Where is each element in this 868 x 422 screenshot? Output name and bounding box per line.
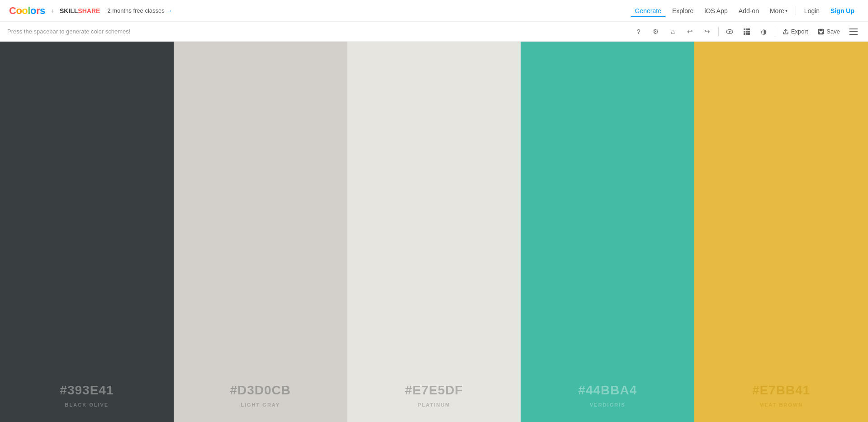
- svg-rect-4: [748, 28, 750, 30]
- svg-rect-14: [849, 28, 858, 29]
- chevron-down-icon: ▾: [785, 8, 787, 13]
- help-icon[interactable]: ?: [631, 24, 646, 39]
- svg-point-1: [729, 31, 730, 33]
- color-panel: #393E41 BLACK OLIVE #D3D0CB LIGHT GRAY #…: [0, 42, 868, 422]
- toolbar-right: ? ⚙ ⌂ ↩ ↪ ◑ Export Save: [631, 24, 861, 39]
- color-hex-4: #E7BB41: [752, 383, 810, 398]
- color-swatch-3[interactable]: #44BBA4 VERDIGRIS: [521, 42, 694, 422]
- promo-arrow-icon: →: [166, 7, 172, 14]
- svg-rect-3: [746, 28, 748, 30]
- svg-rect-10: [748, 33, 750, 35]
- svg-rect-16: [849, 34, 858, 35]
- svg-rect-12: [820, 29, 823, 31]
- nav-signup[interactable]: Sign Up: [826, 5, 859, 17]
- svg-rect-13: [820, 32, 823, 33]
- svg-rect-6: [746, 31, 748, 33]
- grid-icon[interactable]: [740, 24, 754, 39]
- color-name-3: VERDIGRIS: [590, 402, 626, 408]
- nav-login[interactable]: Login: [800, 5, 824, 17]
- color-name-2: PLATINUM: [417, 402, 450, 408]
- nav-addon[interactable]: Add-on: [734, 5, 764, 17]
- color-name-0: BLACK OLIVE: [65, 402, 109, 408]
- color-hex-2: #E7E5DF: [405, 383, 463, 398]
- contrast-icon[interactable]: ◑: [757, 24, 771, 39]
- color-swatch-4[interactable]: #E7BB41 MEAT BROWN: [694, 42, 868, 422]
- color-name-1: LIGHT GRAY: [241, 402, 280, 408]
- home-icon[interactable]: ⌂: [666, 24, 680, 39]
- undo-icon[interactable]: ↩: [683, 24, 697, 39]
- svg-rect-8: [744, 33, 745, 35]
- menu-icon[interactable]: [846, 24, 861, 39]
- svg-rect-15: [849, 31, 858, 32]
- top-navigation: Coolors + SKILLSHARE 2 months free class…: [0, 0, 868, 22]
- redo-icon[interactable]: ↪: [700, 24, 715, 39]
- nav-generate[interactable]: Generate: [631, 5, 666, 17]
- nav-explore[interactable]: Explore: [668, 5, 698, 17]
- svg-rect-9: [746, 33, 748, 35]
- color-name-4: MEAT BROWN: [759, 402, 803, 408]
- export-button[interactable]: Export: [779, 26, 812, 37]
- svg-rect-5: [744, 31, 745, 33]
- color-hex-3: #44BBA4: [578, 383, 637, 398]
- coolors-logo[interactable]: Coolors: [9, 5, 45, 17]
- promo-text[interactable]: 2 months free classes →: [107, 7, 172, 14]
- spacebar-hint: Press the spacebar to generate color sch…: [7, 28, 130, 35]
- settings-icon[interactable]: ⚙: [649, 24, 663, 39]
- logo-area: Coolors + SKILLSHARE 2 months free class…: [9, 5, 172, 17]
- nav-divider: [796, 6, 796, 15]
- color-hex-0: #393E41: [60, 383, 114, 398]
- color-swatch-1[interactable]: #D3D0CB LIGHT GRAY: [174, 42, 347, 422]
- svg-rect-2: [744, 28, 745, 30]
- toolbar-divider-2: [775, 27, 775, 37]
- nav-more[interactable]: More ▾: [765, 5, 792, 17]
- toolbar-divider-1: [718, 27, 719, 37]
- view-icon[interactable]: [722, 24, 737, 39]
- toolbar: Press the spacebar to generate color sch…: [0, 22, 868, 42]
- nav-ios-app[interactable]: iOS App: [700, 5, 732, 17]
- save-button[interactable]: Save: [814, 26, 844, 37]
- color-swatch-2[interactable]: #E7E5DF PLATINUM: [347, 42, 521, 422]
- nav-links: Generate Explore iOS App Add-on More ▾ L…: [631, 5, 859, 17]
- skillshare-logo[interactable]: SKILLSHARE: [60, 7, 100, 14]
- plus-divider: +: [51, 7, 54, 14]
- color-hex-1: #D3D0CB: [230, 383, 291, 398]
- color-swatch-0[interactable]: #393E41 BLACK OLIVE: [0, 42, 174, 422]
- svg-rect-7: [748, 31, 750, 33]
